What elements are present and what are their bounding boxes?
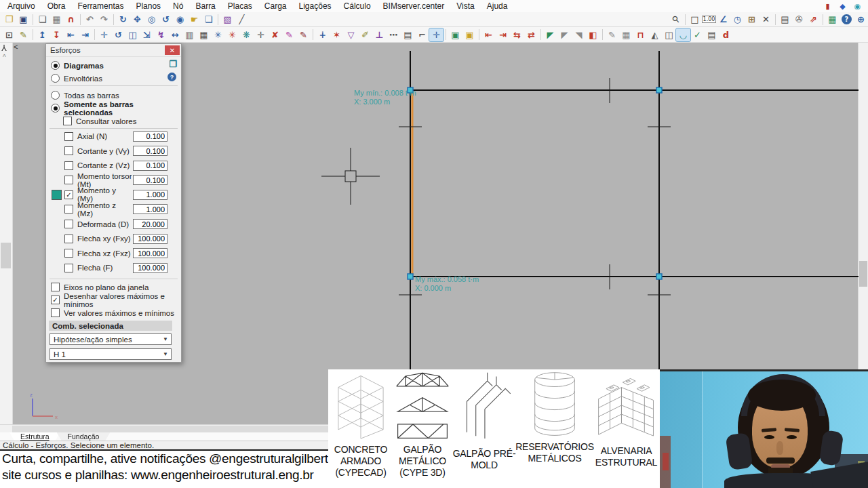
menu-calculo[interactable]: Cálculo (338, 1, 377, 11)
flip-new-icon[interactable]: ◤ (543, 28, 557, 41)
scroll-up-icon[interactable]: ^ (3, 54, 6, 61)
panel-teal-icon[interactable]: ◉ (852, 1, 863, 11)
zoom-extents-icon[interactable]: ✥ (130, 13, 144, 26)
cortante-y-checkbox[interactable] (64, 146, 73, 155)
radio-todas-as-barras[interactable]: Todas as barras (51, 90, 178, 100)
menu-planos[interactable]: Planos (130, 1, 167, 11)
deformada-checkbox[interactable] (64, 220, 73, 228)
generate-truss-icon[interactable]: ◭ (648, 28, 662, 41)
close-icon[interactable]: ✕ (165, 45, 180, 55)
center-reference-icon[interactable]: ✛ (429, 28, 443, 41)
import-dxf-icon[interactable]: ❏ (35, 13, 50, 26)
consultar-valores-checkbox[interactable] (63, 117, 72, 125)
menu-no[interactable]: Nó (167, 1, 189, 11)
dim-clear-icon[interactable]: ⇄ (524, 28, 538, 41)
flecha-xy-value-input[interactable] (133, 234, 167, 244)
tools-icon[interactable]: ✕ (759, 13, 773, 26)
timer-icon[interactable]: ◷ (730, 13, 745, 26)
eixos-no-plano-checkbox[interactable] (51, 283, 60, 291)
menu-placas[interactable]: Placas (222, 1, 258, 11)
flecha-xz-checkbox[interactable] (64, 249, 73, 258)
save-icon[interactable]: ▣ (16, 13, 31, 26)
flecha-value-input[interactable] (133, 263, 167, 273)
momento-y-color-swatch[interactable] (52, 190, 61, 199)
support-icon[interactable]: ⊥ (372, 28, 387, 41)
new-window-icon[interactable]: □ (688, 13, 702, 26)
momento-z-value-input[interactable] (133, 204, 167, 214)
zoom-previous-icon[interactable]: ◎ (144, 13, 159, 26)
collapse-arrow-icon[interactable]: < (14, 43, 18, 51)
help-icon[interactable]: ? (842, 14, 852, 24)
add-point-icon[interactable]: ✛ (254, 28, 268, 41)
beam-detail-icon[interactable]: ▤ (401, 28, 415, 41)
momento-torsor-value-input[interactable] (133, 175, 167, 185)
zoom-window-icon[interactable]: ◉ (173, 13, 187, 26)
snap-points-icon[interactable]: ✳ (211, 28, 225, 41)
regenerate-icon[interactable]: ↺ (159, 13, 173, 26)
desenhar-max-min-checkbox[interactable]: ✓ (51, 296, 60, 304)
menu-ferramentas[interactable]: Ferramentas (71, 1, 130, 11)
panel-blue-icon[interactable]: ◆ (837, 1, 848, 11)
depth-selection-icon[interactable]: ❋ (239, 28, 254, 41)
book-icon[interactable]: ❐ (169, 59, 177, 69)
radio-diagramas[interactable]: Diagramas (51, 60, 161, 70)
export-view-icon[interactable]: ⇗ (806, 13, 821, 26)
momento-y-value-input[interactable] (133, 190, 167, 200)
delete-point-icon[interactable]: ✘ (268, 28, 282, 41)
help-icon[interactable]: ? (167, 73, 176, 81)
checkbox-eixos-no-plano[interactable]: Eixos no plano da janela (51, 282, 180, 292)
tab-fundacao[interactable]: Fundação (57, 432, 111, 441)
bar-delete-icon[interactable]: ↧ (50, 28, 64, 41)
steel-beam-icon[interactable]: ◫ (662, 28, 676, 41)
cortante-z-checkbox[interactable] (64, 161, 73, 170)
undo-icon[interactable]: ↶ (83, 13, 97, 26)
edit-height-icon[interactable]: ◫ (125, 28, 140, 41)
hypothesis-dropdown[interactable]: H 1 ▼ (50, 348, 172, 360)
edit-ruler-icon[interactable]: ✐ (358, 28, 372, 41)
pan-icon[interactable]: ☛ (187, 13, 201, 26)
radio-envoltorias[interactable]: Envoltórias (51, 73, 161, 83)
print-icon[interactable]: ▤ (778, 13, 792, 26)
flecha-xz-value-input[interactable] (133, 248, 167, 258)
flecha-xy-checkbox[interactable] (64, 235, 73, 243)
truss-icon[interactable]: ▽ (344, 28, 358, 41)
cortante-y-value-input[interactable] (133, 146, 167, 156)
render-view-icon[interactable]: ▧ (220, 13, 235, 26)
grid-partition-icon[interactable]: ▥ (182, 28, 197, 41)
window-config-icon[interactable]: ⊞ (745, 13, 759, 26)
search-icon[interactable]: ⚲ (666, 9, 685, 28)
web-globe-icon[interactable]: ⊕ (854, 13, 868, 26)
momento-y-checkbox[interactable]: ✓ (64, 190, 73, 199)
menu-ajuda[interactable]: Ajuda (481, 1, 514, 11)
snap-remove-icon[interactable]: ✳ (225, 28, 239, 41)
checkbox-desenhar-max-min[interactable]: ✓Desenhar valores máximos e mínimos (51, 295, 180, 305)
rotate-view-icon[interactable]: ↻ (116, 13, 130, 26)
horizontal-scrollbar-thumb[interactable] (12, 426, 328, 432)
checkbox-ver-max-min[interactable]: Ver valores máximos e mínimos (51, 308, 180, 318)
flip-mirror-icon[interactable]: ◥ (572, 28, 586, 41)
rotate-icon[interactable]: ↺ (111, 28, 125, 41)
grid-icon[interactable]: ▦ (197, 28, 211, 41)
deformada-value-input[interactable] (133, 219, 167, 229)
flip-assign-icon[interactable]: ◧ (586, 28, 600, 41)
portal-frame-icon[interactable]: ⊓ (633, 28, 648, 41)
left-scrollbar-thumb[interactable] (1, 243, 11, 268)
detail-d-icon[interactable]: d (719, 28, 733, 41)
dim-right-icon[interactable]: ⇥ (496, 28, 510, 41)
info-reference-icon[interactable]: ⊡ (2, 28, 16, 41)
results-table-icon[interactable]: ▤ (705, 28, 719, 41)
machine-beam-icon[interactable]: ▣ (462, 28, 477, 41)
cortante-z-value-input[interactable] (133, 161, 167, 171)
tab-estrutura[interactable]: Estrutura (9, 432, 60, 441)
describe-icon[interactable]: ✎ (605, 28, 619, 41)
join-bars-icon[interactable]: ∔ (315, 28, 330, 41)
move-icon[interactable]: ✛ (97, 28, 111, 41)
protractor-icon[interactable]: ∠ (716, 13, 730, 26)
left-scrollbar[interactable]: Y ^ (0, 43, 13, 424)
measure-icon[interactable]: ╱ (235, 13, 249, 26)
intersect-icon[interactable]: ✶ (330, 28, 344, 41)
dialog-title[interactable]: Esforços (46, 44, 181, 57)
general-settings-icon[interactable]: ✎ (16, 28, 31, 41)
flip-copy-icon[interactable]: ◤ (557, 28, 572, 41)
menu-ligacoes[interactable]: Ligações (293, 1, 338, 11)
